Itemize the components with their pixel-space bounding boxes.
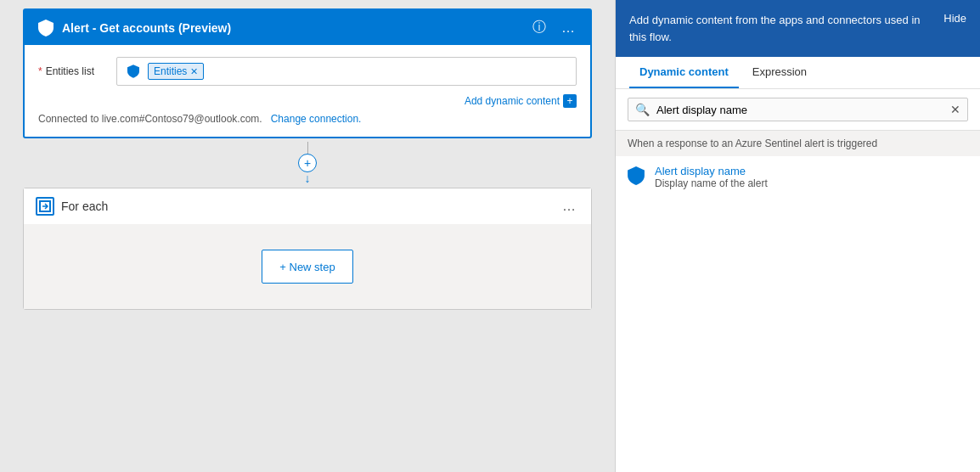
search-icon: 🔍 xyxy=(635,103,650,116)
entity-tag-text: Entities xyxy=(154,65,187,77)
result-title: Alert display name xyxy=(655,165,768,177)
entity-tag-remove[interactable]: ✕ xyxy=(190,66,198,77)
connection-text: Connected to live.com#Contoso79@outlook.… xyxy=(38,113,262,125)
search-input[interactable] xyxy=(656,104,943,116)
info-button[interactable]: ⓘ xyxy=(529,17,549,38)
field-label-text: Entities list xyxy=(46,65,94,77)
connector-plus-icon: + xyxy=(304,156,311,170)
foreach-ellipsis-button[interactable]: … xyxy=(559,197,579,216)
foreach-card-header: For each … xyxy=(24,188,591,224)
foreach-title: For each xyxy=(61,199,108,213)
hide-button[interactable]: Hide xyxy=(943,12,966,25)
alert-card-body: * Entities list Entities ✕ xyxy=(25,45,590,137)
tab-dynamic-content-label: Dynamic content xyxy=(639,65,729,78)
tab-dynamic-content[interactable]: Dynamic content xyxy=(629,57,739,88)
entity-input-box[interactable]: Entities ✕ xyxy=(116,57,577,86)
entity-tag: Entities ✕ xyxy=(148,63,204,80)
dynamic-content-header-text: Add dynamic content from the apps and co… xyxy=(629,12,933,45)
result-item[interactable]: Alert display name Display name of the a… xyxy=(616,156,980,198)
shield-icon xyxy=(37,19,55,37)
tabs-row: Dynamic content Expression xyxy=(616,57,980,89)
new-step-label: + New step xyxy=(279,261,335,273)
tab-expression[interactable]: Expression xyxy=(742,57,817,88)
add-dynamic-button[interactable]: Add dynamic content + xyxy=(465,94,577,108)
result-shield-icon xyxy=(628,166,646,185)
add-dynamic-row: Add dynamic content + xyxy=(38,94,577,108)
search-row: 🔍 ✕ xyxy=(616,89,980,131)
alert-card-title: Alert - Get accounts (Preview) xyxy=(62,21,231,35)
foreach-card-header-left: For each xyxy=(36,197,108,216)
clear-search-button[interactable]: ✕ xyxy=(950,103,960,116)
change-connection-link[interactable]: Change connection. xyxy=(271,113,362,125)
right-panel: Add dynamic content from the apps and co… xyxy=(615,0,980,472)
change-connection-label: Change connection. xyxy=(271,113,362,125)
connector-line-top xyxy=(307,142,308,154)
field-row: * Entities list Entities ✕ xyxy=(38,57,577,86)
add-dynamic-plus-badge: + xyxy=(563,94,577,108)
foreach-card: For each … + New step xyxy=(23,188,592,310)
alert-card-header-right: ⓘ … xyxy=(529,17,578,38)
ellipsis-button[interactable]: … xyxy=(558,19,578,37)
connector-plus-button[interactable]: + xyxy=(298,154,317,172)
foreach-card-body: + New step xyxy=(24,224,591,309)
connector: + ↓ xyxy=(298,142,317,184)
tab-expression-label: Expression xyxy=(752,65,807,78)
connector-arrow: ↓ xyxy=(305,172,311,184)
triggered-label: When a response to an Azure Sentinel ale… xyxy=(616,131,980,156)
add-dynamic-label: Add dynamic content xyxy=(465,95,560,107)
alert-card-header: Alert - Get accounts (Preview) ⓘ … xyxy=(25,10,590,45)
required-star: * xyxy=(38,65,42,77)
alert-title-text: Alert - Get accounts xyxy=(62,21,175,35)
result-subtitle: Display name of the alert xyxy=(655,177,768,189)
field-label: * Entities list xyxy=(38,65,106,77)
result-text: Alert display name Display name of the a… xyxy=(655,165,768,189)
entity-shield-icon xyxy=(124,62,143,81)
dynamic-content-header: Add dynamic content from the apps and co… xyxy=(616,0,980,57)
left-panel: Alert - Get accounts (Preview) ⓘ … * Ent… xyxy=(0,0,615,472)
alert-card: Alert - Get accounts (Preview) ⓘ … * Ent… xyxy=(23,8,592,138)
new-step-button[interactable]: + New step xyxy=(262,250,352,284)
connection-row: Connected to live.com#Contoso79@outlook.… xyxy=(38,113,577,125)
alert-preview-text: (Preview) xyxy=(178,21,231,35)
alert-card-header-left: Alert - Get accounts (Preview) xyxy=(37,19,231,37)
search-input-wrap: 🔍 ✕ xyxy=(628,98,968,121)
foreach-icon xyxy=(36,197,54,216)
